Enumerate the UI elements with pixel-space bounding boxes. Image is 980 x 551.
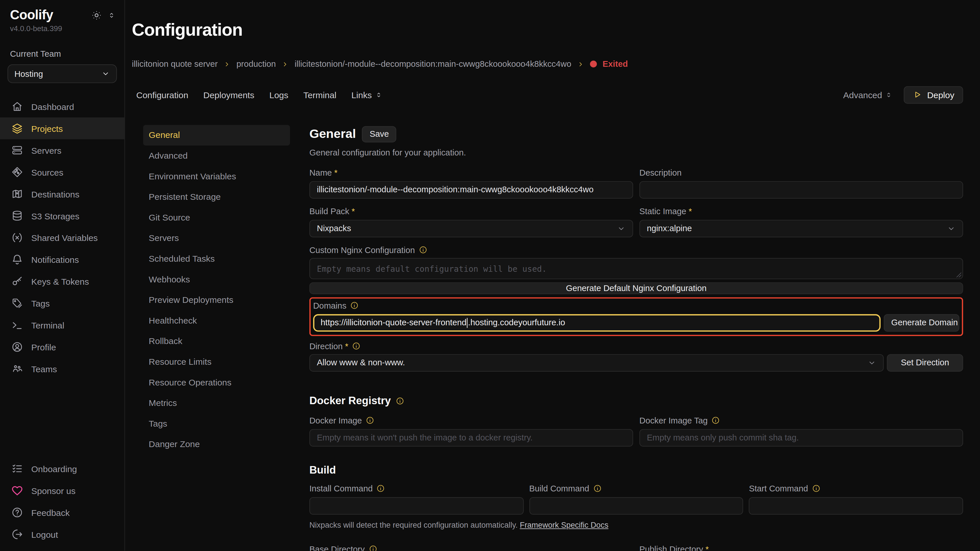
subnav-servers[interactable]: Servers bbox=[143, 228, 290, 248]
required-mark: * bbox=[705, 545, 709, 551]
tab-terminal[interactable]: Terminal bbox=[303, 90, 336, 100]
info-icon[interactable] bbox=[350, 301, 359, 310]
subnav-scheduled-tasks[interactable]: Scheduled Tasks bbox=[143, 248, 290, 269]
set-direction-button[interactable]: Set Direction bbox=[887, 354, 963, 372]
docker-image-tag-input[interactable] bbox=[640, 429, 963, 446]
subnav-git-source[interactable]: Git Source bbox=[143, 207, 290, 228]
domain-input[interactable]: https://illicitonion-quote-server-fronte… bbox=[313, 314, 881, 332]
subnav-persistent-storage[interactable]: Persistent Storage bbox=[143, 187, 290, 207]
custom-nginx-textarea[interactable]: Empty means default configuration will b… bbox=[309, 258, 963, 279]
generate-domain-button[interactable]: Generate Domain bbox=[884, 314, 959, 332]
chevron-down-icon bbox=[867, 359, 876, 367]
subnav-resource-limits[interactable]: Resource Limits bbox=[143, 351, 290, 372]
info-icon[interactable] bbox=[352, 342, 361, 350]
name-input[interactable] bbox=[309, 181, 633, 198]
version-updown-icon[interactable] bbox=[107, 11, 116, 19]
sidebar-item-terminal[interactable]: Terminal bbox=[0, 314, 124, 336]
sidebar-item-sources[interactable]: Sources bbox=[0, 161, 124, 183]
subnav-preview-deployments[interactable]: Preview Deployments bbox=[143, 290, 290, 310]
terminal-icon bbox=[11, 319, 23, 331]
static-image-select[interactable]: nginx:alpine bbox=[640, 220, 963, 237]
build-command-input[interactable] bbox=[529, 497, 743, 514]
users-icon bbox=[11, 363, 23, 375]
app-version: v4.0.0-beta.399 bbox=[0, 22, 124, 33]
sidebar-item-tags[interactable]: Tags bbox=[0, 292, 124, 314]
resize-handle[interactable] bbox=[956, 272, 961, 277]
sidebar-item-sponsor-us[interactable]: Sponsor us bbox=[0, 480, 124, 502]
info-icon[interactable] bbox=[418, 246, 427, 254]
subnav-metrics[interactable]: Metrics bbox=[143, 393, 290, 413]
help-icon bbox=[11, 507, 23, 518]
sidebar-item-keys-tokens[interactable]: Keys & Tokens bbox=[0, 270, 124, 292]
server-icon bbox=[11, 144, 23, 156]
sidebar-item-logout[interactable]: Logout bbox=[0, 523, 124, 545]
framework-docs-link[interactable]: Framework Specific Docs bbox=[520, 521, 608, 529]
breadcrumb: illicitonion quote server production ill… bbox=[132, 59, 963, 70]
tag-icon bbox=[11, 297, 23, 309]
subnav-healthcheck[interactable]: Healthcheck bbox=[143, 310, 290, 331]
sidebar-item-profile[interactable]: Profile bbox=[0, 336, 124, 358]
tab-links[interactable]: Links bbox=[352, 90, 383, 100]
docker-image-input[interactable] bbox=[309, 429, 633, 446]
chevron-down-icon bbox=[947, 224, 956, 233]
map-icon bbox=[11, 188, 23, 200]
theme-sun-icon[interactable] bbox=[91, 10, 102, 21]
section-title-docker-registry: Docker Registry bbox=[309, 395, 391, 407]
user-icon bbox=[11, 341, 23, 353]
static-image-label: Static Image * bbox=[640, 206, 963, 216]
subnav-resource-operations[interactable]: Resource Operations bbox=[143, 372, 290, 393]
chevron-right-icon bbox=[282, 60, 289, 68]
play-icon bbox=[913, 90, 922, 100]
database-icon bbox=[11, 210, 23, 222]
generate-nginx-button[interactable]: Generate Default Nginx Configuration bbox=[309, 282, 963, 294]
subnav-webhooks[interactable]: Webhooks bbox=[143, 269, 290, 290]
description-label: Description bbox=[640, 167, 963, 178]
sidebar-item-teams[interactable]: Teams bbox=[0, 358, 124, 380]
sidebar-item-destinations[interactable]: Destinations bbox=[0, 183, 124, 205]
install-command-input[interactable] bbox=[309, 497, 523, 514]
subnav-environment-variables[interactable]: Environment Variables bbox=[143, 166, 290, 187]
info-icon[interactable] bbox=[366, 416, 374, 425]
advanced-dropdown[interactable]: Advanced bbox=[843, 90, 893, 100]
subnav-tags[interactable]: Tags bbox=[143, 413, 290, 434]
status-badge: Exited bbox=[603, 59, 628, 69]
sidebar-item-shared-variables[interactable]: Shared Variables bbox=[0, 227, 124, 249]
info-icon[interactable] bbox=[711, 416, 720, 425]
name-label: Name * bbox=[309, 167, 633, 178]
sidebar-item-dashboard[interactable]: Dashboard bbox=[0, 95, 124, 118]
info-icon[interactable] bbox=[368, 545, 377, 551]
docker-image-label: Docker Image bbox=[309, 415, 633, 426]
tab-deployments[interactable]: Deployments bbox=[204, 90, 255, 100]
sidebar-item-s3-storages[interactable]: S3 Storages bbox=[0, 205, 124, 227]
build-pack-select[interactable]: Nixpacks bbox=[309, 220, 633, 237]
description-input[interactable] bbox=[640, 181, 963, 198]
breadcrumb-project[interactable]: illicitonion quote server bbox=[132, 59, 218, 69]
info-icon[interactable] bbox=[377, 484, 385, 493]
subnav-danger-zone[interactable]: Danger Zone bbox=[143, 434, 290, 454]
coolify-app: Coolify v4.0.0-beta.399 Current Team Hos… bbox=[0, 0, 980, 551]
section-title-build: Build bbox=[309, 464, 963, 476]
breadcrumb-application[interactable]: illicitestonion/-module--decomposition:m… bbox=[295, 59, 571, 69]
team-select[interactable]: Hosting bbox=[8, 64, 117, 83]
tab-logs[interactable]: Logs bbox=[269, 90, 288, 100]
sidebar-item-projects[interactable]: Projects bbox=[0, 118, 124, 139]
checklist-icon bbox=[11, 463, 23, 475]
sidebar-item-notifications[interactable]: Notifications bbox=[0, 249, 124, 271]
tab-configuration[interactable]: Configuration bbox=[136, 90, 188, 100]
info-icon[interactable] bbox=[396, 396, 404, 405]
breadcrumb-environment[interactable]: production bbox=[237, 59, 276, 69]
subnav-general[interactable]: General bbox=[143, 125, 290, 145]
subnav-advanced[interactable]: Advanced bbox=[143, 145, 290, 166]
updown-icon bbox=[885, 91, 893, 98]
sidebar-item-onboarding[interactable]: Onboarding bbox=[0, 458, 124, 480]
info-icon[interactable] bbox=[593, 484, 601, 493]
build-command-label: Build Command bbox=[529, 483, 743, 494]
sidebar-item-servers[interactable]: Servers bbox=[0, 139, 124, 161]
direction-select[interactable]: Allow www & non-www. bbox=[309, 354, 884, 372]
subnav-rollback[interactable]: Rollback bbox=[143, 331, 290, 351]
start-command-input[interactable] bbox=[749, 497, 963, 514]
info-icon[interactable] bbox=[812, 484, 821, 493]
sidebar-item-feedback[interactable]: Feedback bbox=[0, 502, 124, 523]
deploy-button[interactable]: Deploy bbox=[904, 86, 963, 104]
save-button[interactable]: Save bbox=[362, 126, 396, 142]
